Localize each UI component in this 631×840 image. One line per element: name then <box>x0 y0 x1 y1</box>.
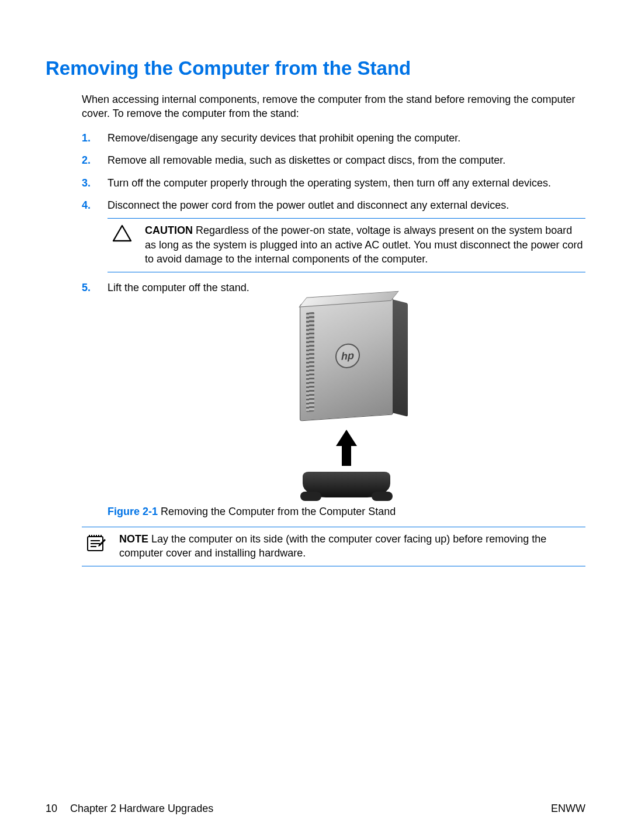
computer-tower-icon: hp <box>300 298 393 421</box>
step-number: 5. <box>82 281 91 295</box>
step-number: 3. <box>82 176 91 190</box>
step-item: 5. Lift the computer off the stand. hp F… <box>82 281 585 518</box>
figure-block: hp Figure 2-1 Removing the Computer from… <box>108 301 585 518</box>
warning-triangle-icon <box>112 224 132 242</box>
steps-list: 1. Remove/disengage any security devices… <box>82 131 585 518</box>
page-footer: 10 Chapter 2 Hardware Upgrades ENWW <box>46 801 585 815</box>
caution-label: CAUTION <box>145 224 193 236</box>
figure-caption: Figure 2-1 Removing the Computer from th… <box>108 504 585 518</box>
step-number: 4. <box>82 198 91 212</box>
step-text: Lift the computer off the stand. <box>108 282 249 293</box>
caution-callout: CAUTION Regardless of the power-on state… <box>108 218 585 272</box>
figure-caption-text: Removing the Computer from the Computer … <box>158 506 396 517</box>
note-label: NOTE <box>119 533 148 545</box>
page-title: Removing the Computer from the Stand <box>46 56 585 82</box>
chapter-label: Chapter 2 Hardware Upgrades <box>70 801 213 815</box>
step-text: Turn off the computer properly through t… <box>108 177 551 189</box>
step-text: Disconnect the power cord from the power… <box>108 199 509 211</box>
caution-text: Regardless of the power-on state, voltag… <box>145 224 583 265</box>
step-number: 2. <box>82 153 91 167</box>
note-callout: NOTE Lay the computer on its side (with … <box>82 527 585 567</box>
note-icon <box>86 533 107 553</box>
computer-stand-icon <box>303 472 390 497</box>
step-text: Remove/disengage any security devices th… <box>108 132 460 144</box>
step-number: 1. <box>82 131 91 145</box>
step-item: 1. Remove/disengage any security devices… <box>82 131 585 145</box>
note-text: Lay the computer on its side (with the c… <box>119 533 546 559</box>
footer-right: ENWW <box>551 801 585 815</box>
step-text: Remove all removable media, such as disk… <box>108 154 505 166</box>
arrow-up-icon <box>336 430 357 446</box>
intro-paragraph: When accessing internal components, remo… <box>82 92 585 121</box>
step-item: 4. Disconnect the power cord from the po… <box>82 198 585 272</box>
step-item: 2. Remove all removable media, such as d… <box>82 153 585 167</box>
computer-illustration: hp <box>282 301 411 497</box>
figure-label: Figure 2-1 <box>108 506 158 517</box>
page-number: 10 <box>46 801 57 815</box>
step-item: 3. Turn off the computer properly throug… <box>82 176 585 190</box>
